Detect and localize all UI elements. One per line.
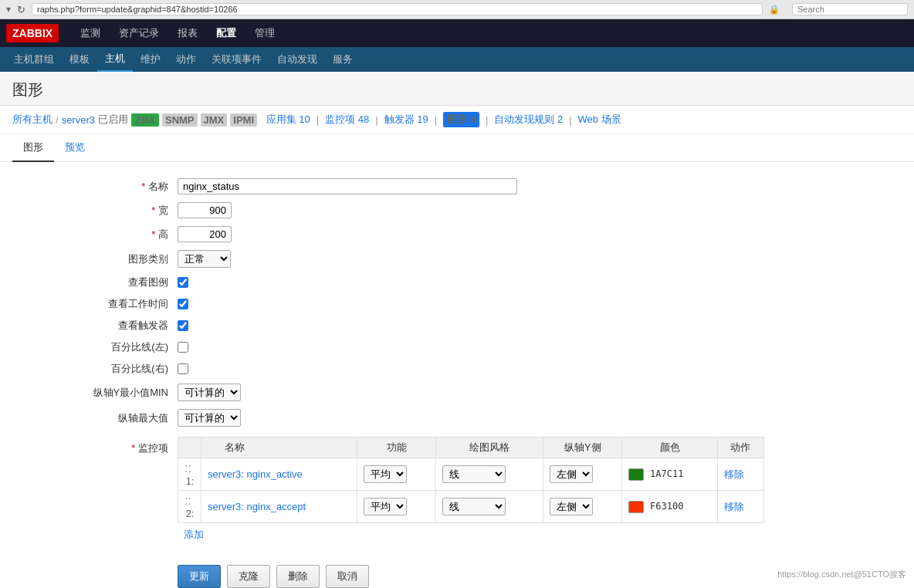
select-y-min[interactable]: 可计算的 固定 监控项 (178, 384, 241, 401)
col-header-action: 动作 (717, 438, 763, 458)
form-row-show-worktime: 查看工作时间 (0, 293, 914, 315)
table-row: :: 2: server3: nginx_accept 平均最小最大全部 线填充… (178, 491, 764, 523)
select-axis-1[interactable]: 左侧右侧 (550, 498, 593, 515)
col-header-func: 功能 (357, 438, 436, 458)
form-row-width: 宽 (0, 198, 914, 222)
sec-nav-discovery[interactable]: 自动发现 (269, 47, 325, 72)
form-row-show-triggers: 查看触发器 (0, 315, 914, 336)
form-row-name: 名称 (0, 174, 914, 198)
sec-nav-hostgroups[interactable]: 主机群组 (6, 47, 62, 72)
breadcrumb: 所有主机 / server3 已启用 ZBX SNMP JMX IPMI 应用集… (0, 106, 914, 134)
row-num-0: 1: (186, 476, 194, 487)
color-text-0: 1A7C11 (650, 468, 683, 479)
sec-nav-templates[interactable]: 模板 (62, 47, 97, 72)
checkbox-show-worktime[interactable] (178, 299, 188, 309)
form-row-height: 高 (0, 222, 914, 246)
label-show-legend: 查看图例 (0, 275, 178, 289)
drag-cell-1: :: 2: (178, 491, 201, 523)
input-name[interactable] (178, 178, 517, 194)
nav-item-assets[interactable]: 资产记录 (110, 19, 168, 47)
item-link-0[interactable]: server3: nginx_active (208, 468, 303, 480)
label-percent-left: 百分比线(左) (0, 340, 178, 354)
select-axis-0[interactable]: 左侧右侧 (550, 465, 593, 483)
breadcrumb-items[interactable]: 监控项 48 (325, 113, 369, 127)
breadcrumb-all-hosts[interactable]: 所有主机 (12, 113, 52, 127)
label-height: 高 (0, 228, 178, 242)
item-link-1[interactable]: server3: nginx_accept (208, 501, 306, 512)
sec-nav-correlations[interactable]: 关联项事件 (204, 47, 269, 72)
item-name-cell-0: server3: nginx_active (201, 458, 357, 491)
label-items: 监控项 (0, 437, 178, 455)
action-cell-0: 移除 (717, 458, 763, 491)
breadcrumb-appsets[interactable]: 应用集 10 (266, 113, 310, 127)
select-y-max[interactable]: 可计算的 固定 监控项 (178, 409, 241, 427)
color-cell-0: 1A7C11 (622, 458, 717, 491)
input-width[interactable] (178, 202, 232, 218)
drag-cell-0: :: 1: (178, 458, 201, 491)
checkbox-percent-right[interactable] (178, 363, 188, 374)
color-cell-1: F63100 (622, 491, 717, 523)
drag-handle-0[interactable]: :: (184, 461, 191, 475)
nav-item-admin[interactable]: 管理 (245, 19, 284, 47)
browser-url-bar[interactable]: raphs.php?form=update&graphid=847&hostid… (32, 3, 763, 15)
col-header-drag (178, 438, 201, 458)
breadcrumb-web[interactable]: Web 场景 (578, 113, 621, 127)
sec-nav: 主机群组 模板 主机 维护 动作 关联项事件 自动发现 服务 (0, 47, 914, 72)
select-func-0[interactable]: 平均最小最大全部 (364, 465, 407, 483)
remove-link-0[interactable]: 移除 (724, 468, 744, 480)
sec-nav-maintenance[interactable]: 维护 (133, 47, 168, 72)
select-style-1[interactable]: 线填充区域粗线点 (442, 498, 506, 515)
checkbox-show-triggers[interactable] (178, 320, 188, 331)
select-func-1[interactable]: 平均最小最大全部 (364, 498, 407, 515)
sec-nav-actions[interactable]: 动作 (168, 47, 204, 72)
browser-search-input[interactable] (792, 3, 908, 15)
tab-graph[interactable]: 图形 (12, 134, 54, 162)
page-content: 图形 所有主机 / server3 已启用 ZBX SNMP JMX IPMI … (0, 72, 914, 588)
delete-button[interactable]: 删除 (276, 565, 320, 588)
browser-lock-icon: 🔒 (769, 5, 780, 15)
checkbox-show-legend[interactable] (178, 277, 188, 288)
tab-preview[interactable]: 预览 (54, 134, 96, 162)
zabbix-logo[interactable]: ZABBIX (6, 24, 59, 42)
color-swatch-0[interactable] (628, 468, 644, 481)
browser-dropdown-icon[interactable]: ▾ (6, 4, 11, 15)
style-cell-1: 线填充区域粗线点 (436, 491, 543, 523)
badge-jmx[interactable]: JMX (201, 113, 228, 127)
nav-item-monitor[interactable]: 监测 (71, 19, 110, 47)
col-header-name: 名称 (201, 438, 357, 458)
drag-handle-1[interactable]: :: (184, 494, 191, 507)
func-cell-0: 平均最小最大全部 (357, 458, 436, 491)
watermark: https://blog.csdn.net@51CTO搜客 (777, 569, 906, 580)
select-graph-type[interactable]: 正常 堆叠 饼图 爆炸图 (178, 250, 231, 268)
breadcrumb-graphs-active[interactable]: 图形 9 (443, 112, 479, 127)
style-cell-0: 线填充区域粗线点 (436, 458, 543, 491)
update-button[interactable]: 更新 (178, 565, 221, 588)
breadcrumb-triggers[interactable]: 触发器 19 (384, 113, 428, 127)
add-item-link[interactable]: 添加 (184, 529, 204, 540)
browser-reload-icon[interactable]: ↻ (17, 4, 25, 15)
sec-nav-services[interactable]: 服务 (325, 47, 361, 72)
axis-cell-0: 左侧右侧 (543, 458, 622, 491)
clone-button[interactable]: 克隆 (227, 565, 270, 588)
breadcrumb-discovery[interactable]: 自动发现规则 2 (494, 113, 563, 127)
badge-snmp[interactable]: SNMP (162, 113, 198, 127)
input-height[interactable] (178, 226, 232, 242)
badge-ipmi[interactable]: IPMI (230, 113, 257, 127)
color-swatch-1[interactable] (628, 501, 644, 513)
select-style-0[interactable]: 线填充区域粗线点 (442, 465, 506, 483)
sec-nav-hosts[interactable]: 主机 (97, 47, 133, 72)
remove-link-1[interactable]: 移除 (724, 501, 744, 512)
nav-item-reports[interactable]: 报表 (168, 19, 207, 47)
page-title: 图形 (0, 72, 914, 106)
badge-zbx[interactable]: ZBX (131, 113, 159, 127)
checkbox-percent-left[interactable] (178, 342, 188, 353)
breadcrumb-server[interactable]: server3 (62, 114, 95, 126)
label-y-max: 纵轴最大值 (0, 411, 178, 425)
cancel-button[interactable]: 取消 (326, 565, 369, 588)
items-table: 名称 功能 绘图风格 纵轴Y侧 颜色 动作 :: 1: server3: ng (178, 437, 764, 523)
label-name: 名称 (0, 180, 178, 194)
nav-item-config[interactable]: 配置 (207, 19, 245, 47)
form-area: 名称 宽 高 图形类别 正常 堆叠 饼图 爆炸图 查看图例 (0, 162, 914, 588)
label-percent-right: 百分比线(右) (0, 362, 178, 376)
col-header-color: 颜色 (622, 438, 717, 458)
